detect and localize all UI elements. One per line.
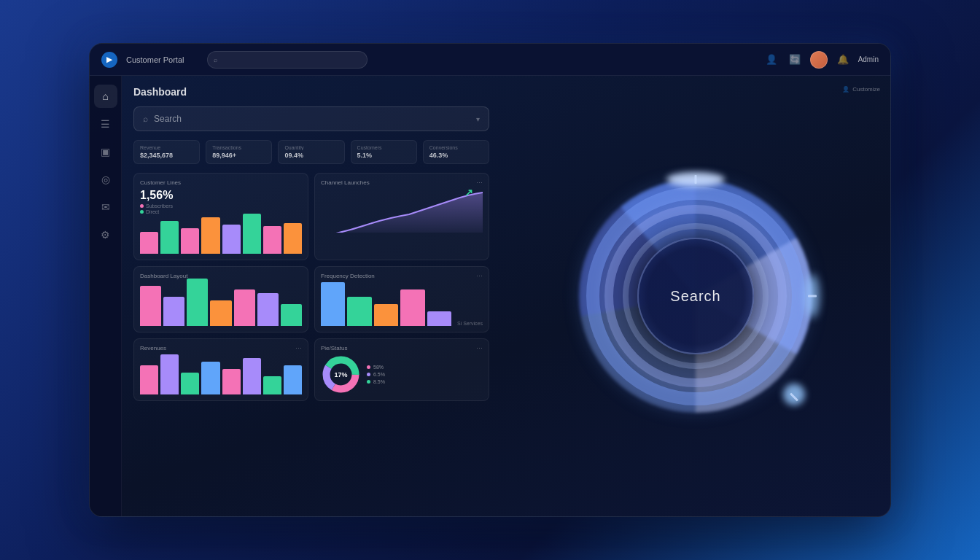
bar — [160, 354, 179, 394]
svg-text:↗: ↗ — [464, 189, 473, 198]
chart-customer-lines: Customer Lines 1,56% Subscribers Direct — [133, 173, 308, 260]
bar — [140, 232, 158, 254]
legend-label: 8.5% — [373, 379, 385, 384]
customize-label: Customize — [852, 86, 880, 93]
bar — [257, 293, 279, 326]
legend-item: Subscribers — [140, 203, 302, 209]
stat-value: 5.1% — [357, 152, 411, 159]
chart-big-value: 1,56% — [140, 189, 302, 202]
chart-title: Customer Lines — [140, 179, 302, 186]
bar — [427, 311, 451, 326]
bar — [187, 279, 208, 326]
chart-action-icon[interactable]: ⋯ — [295, 345, 302, 352]
sidebar-item-settings[interactable]: ⚙ — [94, 223, 117, 246]
avatar[interactable] — [810, 51, 828, 69]
stats-row: Revenue $2,345,678 Transactions 89,946+ … — [133, 140, 489, 164]
content-area: Dashboard ⌕ Search ▾ Revenue $2,345,678 … — [122, 76, 890, 516]
bar — [263, 226, 281, 254]
stat-value: 09.4% — [284, 152, 338, 159]
dash-search-icon: ⌕ — [143, 114, 148, 124]
dashboard-panel: Dashboard ⌕ Search ▾ Revenue $2,345,678 … — [122, 76, 501, 516]
bar — [321, 282, 345, 326]
dashboard-title: Dashboard — [133, 86, 489, 98]
user-name: Admin — [858, 55, 879, 63]
stat-value: 46.3% — [429, 152, 483, 159]
stat-card-transactions: Transactions 89,946+ — [206, 140, 272, 164]
legend-label: 6.5% — [373, 372, 385, 377]
nav-search-icon: ⌕ — [214, 56, 217, 63]
bar — [222, 225, 241, 254]
sidebar: ⌂ ☰ ▣ ◎ ✉ ⚙ — [90, 76, 122, 516]
bar-chart — [140, 354, 302, 394]
legend-dot — [367, 380, 370, 384]
bar — [400, 289, 424, 326]
bar — [263, 376, 281, 394]
refresh-icon[interactable]: 🔄 — [787, 52, 803, 68]
legend-dot — [367, 373, 370, 376]
circular-visualization: Search — [579, 179, 812, 413]
charts-grid: Customer Lines 1,56% Subscribers Direct — [133, 173, 489, 401]
nav-icons: 👤 🔄 🔔 Admin — [763, 51, 879, 69]
chart-frequency-detection: Frequency Detection ⋯ Si Services — [314, 266, 489, 332]
sidebar-item-messages[interactable]: ✉ — [94, 195, 117, 219]
sidebar-item-home[interactable]: ⌂ — [94, 85, 117, 108]
chart-action-icon[interactable]: ⋯ — [476, 345, 483, 352]
nav-search-input[interactable] — [220, 55, 361, 63]
sidebar-item-circle[interactable]: ◎ — [94, 168, 117, 191]
legend-item: 6.5% — [367, 372, 385, 377]
freq-legend: Si Services — [457, 321, 483, 326]
bar — [163, 297, 184, 326]
stat-value: $2,345,678 — [140, 152, 193, 159]
chart-legend: Subscribers Direct — [140, 203, 302, 214]
notification-icon[interactable]: 🔔 — [835, 52, 851, 68]
nav-search-bar[interactable]: ⌕ — [207, 51, 368, 69]
stat-label: Conversions — [429, 145, 483, 150]
stat-card-quantity: Quantity 09.4% — [278, 140, 344, 164]
donut-legend: 58% 6.5% 8.5% — [367, 365, 385, 384]
bar — [234, 289, 255, 326]
app-logo: ▶ — [101, 52, 117, 68]
line-chart: ↗ — [321, 189, 483, 233]
bar — [201, 362, 219, 394]
legend-dot — [367, 365, 370, 369]
main-layout: ⌂ ☰ ▣ ◎ ✉ ⚙ Dashboard ⌕ Search ▾ — [90, 76, 890, 516]
sidebar-item-grid[interactable]: ▣ — [94, 140, 117, 163]
line-chart-svg: ↗ — [321, 189, 483, 233]
bar — [281, 304, 302, 326]
chart-title: Revenues — [140, 345, 302, 351]
bar — [140, 365, 158, 394]
stat-label: Transactions — [212, 145, 265, 150]
customize-icon: 👤 — [842, 86, 849, 93]
chart-action-icon[interactable]: ⋯ — [476, 273, 483, 280]
circular-search-label: Search — [670, 288, 720, 305]
top-right-action[interactable]: 👤 Customize — [842, 86, 880, 93]
bar — [140, 286, 161, 326]
chart-action-icon[interactable]: ⋯ — [476, 179, 483, 187]
donut-chart-svg: 17% — [321, 354, 361, 394]
legend-dot — [140, 204, 144, 208]
app-title: Customer Portal — [126, 55, 184, 64]
dash-search-placeholder: Search — [154, 114, 476, 124]
bar — [181, 373, 199, 394]
screen-wrapper: ▶ Customer Portal ⌕ 👤 🔄 🔔 Admin ⌂ ☰ ▣ ◎ … — [89, 43, 891, 517]
bar — [181, 228, 199, 254]
bar — [347, 297, 371, 326]
circle-inner: Search — [637, 238, 754, 354]
top-nav: ▶ Customer Portal ⌕ 👤 🔄 🔔 Admin — [90, 44, 890, 76]
dashboard-search[interactable]: ⌕ Search ▾ — [133, 106, 489, 131]
legend-item: 8.5% — [367, 379, 385, 384]
tick-right — [808, 295, 817, 298]
bar — [243, 358, 261, 394]
bar — [284, 223, 302, 254]
stat-card-revenue: Revenue $2,345,678 — [133, 140, 200, 164]
legend-label: Subscribers — [146, 203, 173, 209]
user-icon[interactable]: 👤 — [763, 52, 779, 68]
stat-label: Customers — [357, 145, 411, 150]
chart-title: Pie/Status — [321, 345, 483, 351]
chart-revenues: Revenues ⋯ — [133, 338, 308, 401]
tick-top — [695, 175, 697, 184]
chart-channel-launches: Channel Launches ⋯ — [314, 173, 489, 260]
chart-title: Dashboard Layout — [140, 273, 302, 279]
freq-chart-area: Si Services — [321, 282, 483, 326]
sidebar-item-menu[interactable]: ☰ — [94, 112, 117, 136]
